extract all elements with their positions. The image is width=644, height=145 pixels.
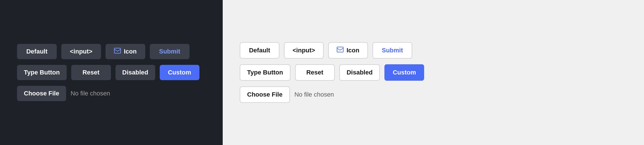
dark-row-1: Default <input> Icon Submit [17, 44, 190, 59]
dark-input-button[interactable]: <input> [61, 44, 101, 59]
light-custom-button[interactable]: Custom [384, 64, 424, 81]
light-reset-button[interactable]: Reset [295, 64, 335, 81]
dark-custom-button[interactable]: Custom [160, 65, 199, 80]
dark-file-row: Choose File No file chosen [17, 86, 110, 101]
svg-rect-1 [337, 47, 343, 52]
svg-rect-0 [114, 48, 121, 53]
light-panel: Default <input> Icon Submit Type Button … [223, 0, 644, 145]
light-row-1: Default <input> Icon Submit [240, 42, 412, 59]
dark-disabled-button: Disabled [115, 65, 155, 80]
light-submit-button[interactable]: Submit [372, 42, 412, 59]
dark-no-file-label: No file chosen [71, 90, 110, 97]
light-icon-button-label: Icon [346, 47, 359, 54]
dark-submit-button[interactable]: Submit [150, 44, 190, 59]
light-no-file-label: No file chosen [294, 91, 334, 98]
dark-panel: Default <input> Icon Submit Type Button … [0, 0, 223, 145]
light-choose-file-button[interactable]: Choose File [240, 86, 290, 103]
dark-default-button[interactable]: Default [17, 44, 57, 59]
light-type-button[interactable]: Type Button [240, 64, 291, 81]
dark-icon-button[interactable]: Icon [106, 44, 145, 59]
light-icon-button[interactable]: Icon [328, 42, 368, 59]
light-row-2: Type Button Reset Disabled Custom [240, 64, 424, 81]
dark-row-2: Type Button Reset Disabled Custom [17, 65, 199, 80]
light-file-row: Choose File No file chosen [240, 86, 334, 103]
light-disabled-button: Disabled [339, 64, 380, 81]
dark-reset-button[interactable]: Reset [71, 65, 111, 80]
light-default-button[interactable]: Default [240, 42, 279, 59]
envelope-icon [114, 48, 121, 55]
light-input-button[interactable]: <input> [284, 42, 324, 59]
dark-type-button[interactable]: Type Button [17, 65, 67, 80]
envelope-icon [337, 47, 344, 54]
dark-icon-button-label: Icon [124, 48, 136, 55]
dark-choose-file-button[interactable]: Choose File [17, 86, 66, 101]
